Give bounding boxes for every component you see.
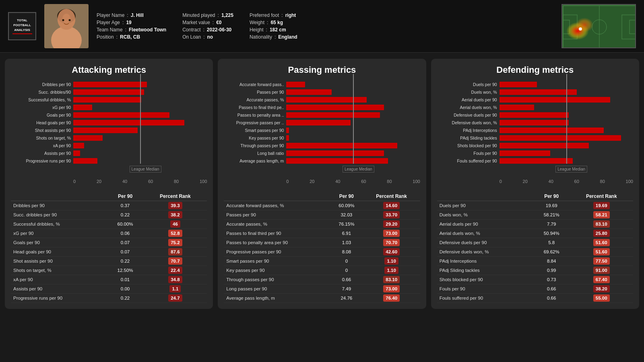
bar-label: Fouls suffered per 90 — [437, 158, 500, 163]
table-row: Succ. dribbles per 900.2238.2 — [11, 210, 207, 220]
bar-label: Aerial duels won, % — [437, 105, 500, 110]
percent-rank-cell: 25.80 — [570, 229, 633, 238]
bar-fill — [286, 158, 388, 164]
per90-cell: 24.76 — [330, 294, 363, 303]
bar-label: xG per 90 — [11, 105, 73, 110]
bar-fill — [286, 143, 397, 148]
metric-name-cell: xA per 90 — [11, 275, 107, 284]
defending-col-per90: Per 90 — [533, 192, 570, 201]
info-col-2: Minuted played : 1,225 Market value : €0… — [182, 12, 233, 40]
metric-name-cell: Accurate forward passes, % — [224, 201, 330, 210]
rank-badge: 91.00 — [593, 267, 610, 274]
rank-badge: 1.1 — [169, 285, 181, 292]
bar-row: Passes to penalty area .. — [224, 112, 420, 118]
rank-badge: 75.2 — [168, 239, 182, 246]
table-row: Successful dribbles, %60.00%46 — [11, 220, 207, 229]
bar-row: Dribbles per 90 — [11, 81, 207, 88]
svg-point-22 — [576, 18, 593, 32]
rank-badge: 52.8 — [168, 230, 182, 237]
percent-rank-cell: 67.40 — [570, 275, 633, 284]
bar-fill — [73, 97, 141, 103]
table-row: Fouls per 900.6638.20 — [437, 284, 633, 294]
svg-text:ANALYSIS: ANALYSIS — [14, 28, 30, 32]
percent-rank-cell: 29.20 — [363, 220, 420, 229]
metric-name-cell: xG per 90 — [11, 229, 107, 238]
percent-rank-cell: 73.00 — [363, 229, 420, 238]
percent-rank-cell: 51.60 — [570, 247, 633, 257]
metric-name-cell: Duels won, % — [437, 210, 533, 220]
bar-row: PAdj Interceptions — [437, 127, 633, 134]
bar-label: Aerial duels per 90 — [437, 97, 500, 102]
bar-area: League Median — [73, 158, 207, 164]
bar-label: Shots on target, % — [11, 136, 73, 140]
per90-cell: 0.66 — [533, 284, 570, 294]
rank-badge: 1.10 — [384, 257, 398, 265]
bar-fill — [286, 128, 289, 133]
median-line — [353, 74, 354, 164]
table-row: Fouls suffered per 900.6655.00 — [437, 294, 633, 303]
table-row: Smart passes per 9001.10 — [224, 257, 420, 266]
metric-name-cell: Defensive duels won, % — [437, 247, 533, 257]
bar-row: Head goals per 90 — [11, 119, 207, 126]
percent-rank-cell: 55.00 — [570, 294, 633, 303]
bar-fill — [286, 135, 289, 141]
rank-badge: 58.21 — [593, 211, 610, 218]
percent-rank-cell: 14.60 — [363, 201, 420, 210]
percent-rank-cell: 22.4 — [143, 266, 207, 275]
metric-name-cell: Passes per 90 — [224, 210, 330, 220]
rank-badge: 73.00 — [383, 230, 400, 237]
bar-row: Long ball ratio — [224, 150, 420, 156]
percent-rank-cell: 38.2 — [143, 210, 207, 220]
defending-col-metric — [437, 192, 533, 201]
metric-name-cell: Key passes per 90 — [224, 266, 330, 275]
table-row: Head goals per 900.0787.6 — [11, 247, 207, 257]
bar-fill — [73, 89, 144, 95]
per90-cell: 0.66 — [533, 294, 570, 303]
rank-badge: 1.10 — [384, 267, 398, 274]
bar-row: Passes per 90 — [224, 89, 420, 95]
label-minutes: Minuted played — [182, 12, 215, 18]
bar-label: Progressive runs per 90 — [11, 158, 73, 163]
bar-label: Long ball ratio — [224, 151, 286, 156]
bar-fill — [500, 158, 573, 164]
metric-name-cell: Shots on target, % — [11, 266, 107, 275]
table-row: Passes to final third per 906.9173.00 — [224, 229, 420, 238]
defending-x-axis: 0 20 40 60 80 100 — [500, 179, 633, 184]
svg-point-12 — [69, 19, 71, 21]
per90-cell: 5.8 — [533, 238, 570, 247]
svg-point-10 — [62, 14, 70, 23]
metric-name-cell: Duels per 90 — [437, 201, 533, 210]
passing-table: Per 90 Percent Rank Accurate forward pas… — [224, 192, 420, 303]
value-team-name: Fleetwood Town — [129, 27, 166, 33]
bar-row: Smart passes per 90 — [224, 127, 420, 134]
table-row: Duels won, %58.21%58.21 — [437, 210, 633, 220]
percent-rank-cell: 38.20 — [570, 284, 633, 294]
per90-cell: 58.21% — [533, 210, 570, 220]
metric-name-cell: Successful dribbles, % — [11, 220, 107, 229]
bar-row: Progressive passes per .. — [224, 119, 420, 126]
bar-fill — [286, 82, 305, 87]
rank-badge: 55.00 — [593, 294, 610, 302]
percent-rank-cell: 51.60 — [570, 238, 633, 247]
svg-text:FOOTBALL: FOOTBALL — [13, 23, 31, 27]
median-line — [566, 74, 567, 164]
bar-area: League Median — [500, 158, 633, 164]
bar-label: Succ. dribbles/90 — [11, 90, 73, 95]
bar-row: PAdj Sliding tackles — [437, 135, 633, 141]
main-content: Attacking metrics Dribbles per 90Succ. d… — [0, 53, 644, 315]
percent-rank-cell: 19.69 — [570, 201, 633, 210]
per90-cell: 60.09% — [330, 201, 363, 210]
percent-rank-cell: 1.10 — [363, 257, 420, 266]
bar-label: Passes to final third pe.. — [224, 105, 286, 110]
percent-rank-cell: 1.10 — [363, 266, 420, 275]
value-minutes: 1,225 — [221, 12, 233, 18]
attacking-col-per90: Per 90 — [107, 192, 144, 201]
bar-fill — [73, 82, 147, 87]
attacking-panel: Attacking metrics Dribbles per 90Succ. d… — [5, 59, 213, 309]
median-label: League Median — [555, 166, 587, 173]
bar-fill — [73, 120, 184, 125]
bar-label: Average pass length, m — [224, 158, 286, 163]
table-row: Shots blocked per 900.7367.40 — [437, 275, 633, 284]
table-row: Defensive duels won, %69.62%51.60 — [437, 247, 633, 257]
table-row: PAdj Interceptions8.8477.50 — [437, 257, 633, 266]
